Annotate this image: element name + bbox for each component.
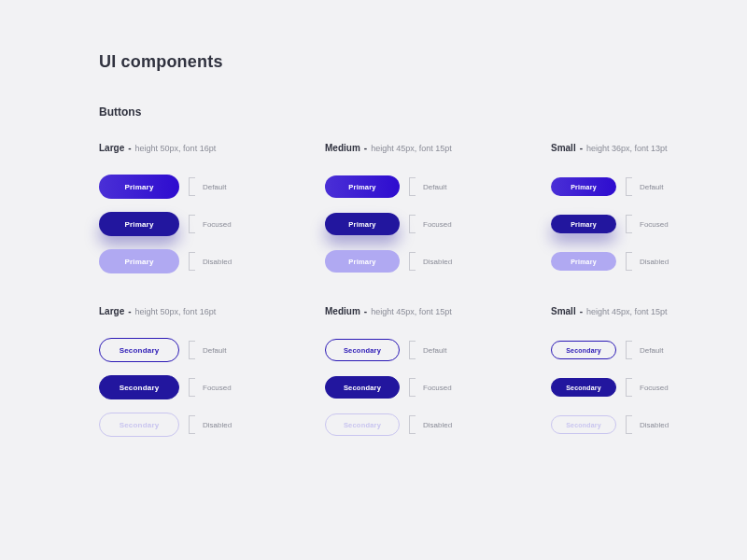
size-name: Small: [551, 143, 576, 153]
state-label: Default: [423, 183, 446, 191]
page-title: UI components: [99, 52, 747, 72]
size-header-medium-secondary: Medium - height 45px, font 15pt: [325, 306, 493, 316]
size-dash: -: [128, 143, 131, 153]
size-header-medium-primary: Medium - height 45px, font 15pt: [325, 143, 493, 153]
bracket-icon: [626, 252, 632, 271]
state-label: Default: [203, 346, 226, 355]
bracket-icon: [189, 252, 195, 271]
state-indicator: Focused: [626, 215, 669, 233]
state-label: Focused: [640, 220, 669, 229]
secondary-small-default-button[interactable]: Secondary: [551, 341, 616, 359]
size-name: Large: [99, 306, 124, 316]
primary-large-disabled-button: Primary: [99, 249, 179, 273]
primary-medium-disabled-button: Primary: [325, 250, 400, 273]
bracket-icon: [626, 341, 632, 359]
bracket-icon: [189, 341, 195, 359]
secondary-medium-col: Medium - height 45px, font 15pt Secondar…: [325, 306, 493, 443]
primary-medium-default-button[interactable]: Primary: [325, 175, 400, 198]
bracket-icon: [189, 415, 195, 434]
size-spec: height 36px, font 13pt: [586, 144, 668, 153]
primary-small-focused-button[interactable]: Primary: [551, 215, 616, 233]
state-label: Default: [640, 183, 663, 191]
primary-large-col: Large - height 50px, font 16pt Primary D…: [99, 143, 267, 280]
size-header-large-secondary: Large - height 50px, font 16pt: [99, 306, 267, 316]
secondary-small-focused-button[interactable]: Secondary: [551, 378, 616, 397]
size-name: Medium: [325, 306, 360, 316]
state-label: Disabled: [203, 258, 232, 266]
bracket-icon: [409, 341, 416, 359]
state-label: Disabled: [423, 258, 452, 266]
secondary-small-disabled-button: Secondary: [551, 415, 616, 434]
secondary-large-disabled-button: Secondary: [99, 413, 179, 437]
bracket-icon: [189, 378, 195, 397]
secondary-grid: Large - height 50px, font 16pt Secondary…: [99, 306, 747, 443]
secondary-large-focused-button[interactable]: Secondary: [99, 375, 179, 399]
state-indicator: Default: [626, 341, 663, 359]
section-title-buttons: Buttons: [99, 105, 747, 119]
secondary-medium-default-button[interactable]: Secondary: [325, 339, 400, 361]
primary-grid: Large - height 50px, font 16pt Primary D…: [99, 143, 747, 280]
bracket-icon: [189, 177, 195, 196]
size-dash: -: [364, 306, 367, 316]
state-label: Focused: [640, 384, 669, 392]
size-name: Large: [99, 143, 124, 153]
bracket-icon: [409, 177, 416, 196]
size-header-large-primary: Large - height 50px, font 16pt: [99, 143, 267, 153]
state-indicator: Default: [626, 177, 663, 196]
bracket-icon: [626, 215, 632, 233]
size-name: Small: [551, 306, 576, 316]
state-indicator: Default: [409, 177, 446, 196]
size-spec: height 45px, font 15pt: [371, 307, 452, 316]
primary-medium-focused-button[interactable]: Primary: [325, 213, 400, 235]
secondary-small-col: Small - height 45px, font 15pt Secondary…: [551, 306, 719, 443]
state-indicator: Default: [409, 341, 446, 359]
primary-small-col: Small - height 36px, font 13pt Primary D…: [551, 143, 719, 280]
state-label: Default: [423, 346, 446, 355]
state-label: Default: [203, 183, 226, 191]
state-indicator: Focused: [189, 215, 232, 233]
state-label: Disabled: [640, 421, 669, 429]
state-label: Focused: [203, 220, 232, 229]
state-indicator: Disabled: [409, 415, 452, 434]
bracket-icon: [409, 378, 416, 397]
size-dash: -: [580, 143, 583, 153]
state-label: Focused: [423, 384, 452, 392]
primary-small-default-button[interactable]: Primary: [551, 177, 616, 196]
state-label: Default: [640, 346, 663, 355]
state-indicator: Focused: [409, 378, 452, 397]
bracket-icon: [189, 215, 195, 233]
state-indicator: Disabled: [189, 252, 232, 271]
secondary-medium-disabled-button: Secondary: [325, 413, 400, 436]
secondary-large-default-button[interactable]: Secondary: [99, 338, 179, 362]
bracket-icon: [626, 378, 632, 397]
size-dash: -: [580, 306, 583, 316]
bracket-icon: [409, 252, 416, 271]
state-indicator: Focused: [189, 378, 232, 397]
primary-large-default-button[interactable]: Primary: [99, 175, 179, 199]
bracket-icon: [626, 177, 632, 196]
size-spec: height 50px, font 16pt: [135, 144, 217, 153]
primary-small-disabled-button: Primary: [551, 252, 616, 271]
size-header-small-secondary: Small - height 45px, font 15pt: [551, 306, 719, 316]
bracket-icon: [626, 415, 632, 434]
primary-large-focused-button[interactable]: Primary: [99, 212, 179, 236]
size-name: Medium: [325, 143, 360, 153]
size-spec: height 45px, font 15pt: [586, 307, 668, 316]
size-spec: height 50px, font 16pt: [135, 307, 217, 316]
size-spec: height 45px, font 15pt: [371, 144, 452, 153]
size-header-small-primary: Small - height 36px, font 13pt: [551, 143, 719, 153]
secondary-medium-focused-button[interactable]: Secondary: [325, 376, 400, 399]
state-label: Disabled: [640, 258, 669, 266]
state-label: Disabled: [203, 421, 232, 429]
state-indicator: Default: [189, 341, 226, 359]
bracket-icon: [409, 415, 416, 434]
state-indicator: Disabled: [189, 415, 232, 434]
bracket-icon: [409, 215, 416, 233]
size-dash: -: [128, 306, 131, 316]
state-indicator: Focused: [626, 378, 669, 397]
primary-medium-col: Medium - height 45px, font 15pt Primary …: [325, 143, 493, 280]
state-indicator: Disabled: [409, 252, 452, 271]
state-label: Focused: [203, 384, 232, 392]
state-indicator: Disabled: [626, 252, 669, 271]
state-label: Disabled: [423, 421, 452, 429]
